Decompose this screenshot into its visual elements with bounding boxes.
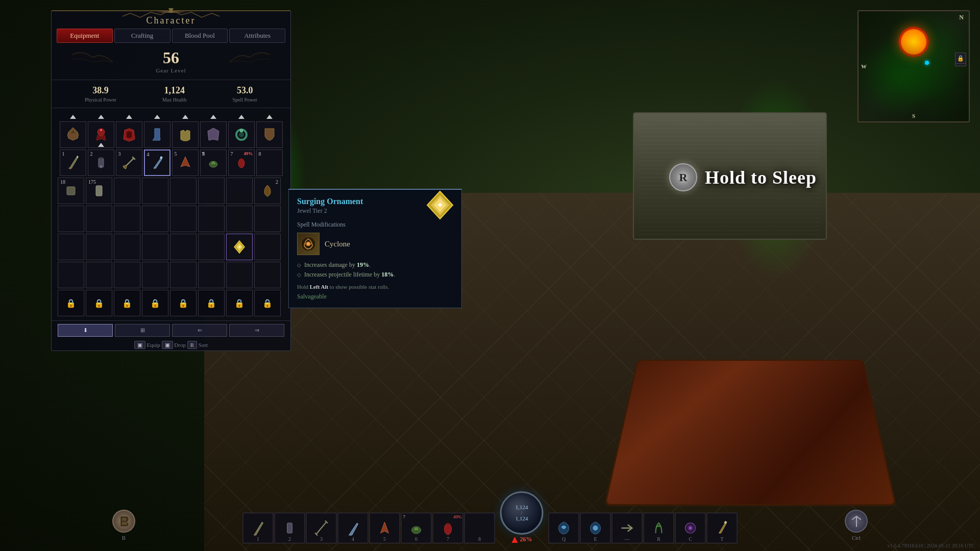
- weapon-slot-3[interactable]: 3: [116, 149, 142, 176]
- hotbar-weapon-7-num: 7: [447, 536, 449, 542]
- inv-jewel-item: ✦: [230, 237, 249, 257]
- ability-slot-dash[interactable]: —: [612, 513, 643, 543]
- inv-slot-30[interactable]: [226, 262, 253, 288]
- inv-slot-17[interactable]: [86, 234, 112, 260]
- inv-slot-23[interactable]: [254, 234, 281, 260]
- hotbar-weapon-2[interactable]: 2: [275, 513, 305, 543]
- inv-slot-6[interactable]: [226, 178, 253, 204]
- inv-slot-16[interactable]: [58, 234, 84, 260]
- ability-slot-c[interactable]: C: [675, 513, 706, 543]
- weapon-slot-5[interactable]: 5: [172, 149, 199, 176]
- weapon-slot-6[interactable]: 7 6: [200, 149, 227, 176]
- hotbar-weapon-1-num: 1: [257, 536, 259, 542]
- inv-slot-15[interactable]: [254, 206, 281, 232]
- inv-slot-19[interactable]: [142, 234, 168, 260]
- ability-slot-e[interactable]: E: [580, 513, 611, 543]
- inv-item-7: [258, 181, 277, 201]
- ability-dash-key: —: [625, 536, 630, 542]
- equip-slot-gloves[interactable]: [172, 121, 199, 148]
- inv-slot-locked-3: 🔒: [142, 290, 168, 316]
- inv-slot-12[interactable]: [170, 206, 197, 232]
- inv-slot-13[interactable]: [198, 206, 225, 232]
- hotbar-weapon-3[interactable]: 3: [306, 513, 337, 543]
- stat-spell-power-label: Spell Power: [232, 97, 257, 103]
- inv-slot-21[interactable]: [198, 234, 225, 260]
- sort-key: R: [187, 341, 197, 349]
- inv-slot-26[interactable]: [114, 262, 140, 288]
- ctrl-key-area: Ctrl: [845, 510, 868, 541]
- weapon-slot-8[interactable]: 8: [256, 149, 283, 176]
- minimap: N S W + 🔒: [857, 10, 970, 122]
- slot-upgrade-arrow-7: [238, 115, 244, 119]
- equip-slot-legs[interactable]: [256, 121, 283, 148]
- inv-slot-28[interactable]: [170, 262, 197, 288]
- inv-slot-4[interactable]: [170, 178, 197, 204]
- inv-slot-3[interactable]: [142, 178, 168, 204]
- stat-max-health: 1,124 Max Health: [162, 85, 187, 103]
- inv-slot-10[interactable]: [114, 206, 140, 232]
- hotbar-weapon-8[interactable]: 8: [464, 513, 495, 543]
- hotbar-weapon-3-num: 3: [320, 536, 323, 542]
- toolbar-btn-right[interactable]: ⇒: [229, 324, 284, 337]
- ability-slot-r[interactable]: R: [644, 513, 674, 543]
- stat-physical-power-value: 38.9: [85, 85, 116, 96]
- hotbar-weapon-5[interactable]: 5: [370, 513, 400, 543]
- tab-equipment[interactable]: Equipment: [57, 29, 113, 43]
- spell-icon: [297, 233, 320, 255]
- inv-slot-9[interactable]: [86, 206, 112, 232]
- equip-label: Equip: [147, 342, 160, 348]
- hotbar-weapon-7[interactable]: 49% 7: [433, 513, 463, 543]
- slot-item-legs: [260, 125, 279, 144]
- inv-slot-20[interactable]: [170, 234, 197, 260]
- diamond-icon-1: ◇: [297, 262, 301, 268]
- weapon-slot-7[interactable]: 49% 7: [228, 149, 255, 176]
- ability-slot-t[interactable]: T: [707, 513, 738, 543]
- svg-text:✦: ✦: [238, 245, 241, 249]
- tab-crafting[interactable]: Crafting: [114, 29, 170, 43]
- inv-slot-25[interactable]: [86, 262, 112, 288]
- equip-slot-ring[interactable]: [228, 121, 255, 148]
- equip-slot-cloak[interactable]: [200, 121, 227, 148]
- toolbar-btn-download[interactable]: ⬇: [58, 324, 113, 337]
- slot-item-shoulders: [91, 125, 111, 144]
- equip-slot-head[interactable]: [60, 121, 86, 148]
- equipment-row-top: [58, 121, 284, 148]
- toolbar-btn-left[interactable]: ⇐: [172, 324, 227, 337]
- inv-slot-locked-4: 🔒: [170, 290, 197, 316]
- slot-count-7: 7: [231, 151, 233, 157]
- inv-slot-0[interactable]: 18: [58, 178, 84, 204]
- ability-t-key: T: [720, 536, 723, 542]
- hotbar-weapon-6[interactable]: 7 6: [401, 513, 432, 543]
- inv-slot-5[interactable]: [198, 178, 225, 204]
- inv-slot-24[interactable]: [58, 262, 84, 288]
- lock-icon-4: 🔒: [178, 298, 188, 308]
- minimap-lock-button[interactable]: 🔒: [955, 53, 966, 64]
- gear-wings-right: [183, 47, 275, 78]
- health-current-value: 1,124: [516, 505, 528, 510]
- inv-slot-8[interactable]: [58, 206, 84, 232]
- inv-slot-jewel[interactable]: ✦: [226, 234, 253, 260]
- inv-slot-18[interactable]: [114, 234, 140, 260]
- equip-slot-boots[interactable]: [144, 121, 170, 148]
- inv-slot-1[interactable]: 175: [86, 178, 112, 204]
- inventory-grid: 18 175 2: [58, 178, 284, 316]
- ability-slot-q[interactable]: Q: [549, 513, 579, 543]
- tab-attributes[interactable]: Attributes: [229, 29, 285, 43]
- weapon-item-2: [91, 153, 111, 172]
- svg-text:✦: ✦: [437, 202, 443, 209]
- inv-slot-14[interactable]: [226, 206, 253, 232]
- hotbar-weapon-4[interactable]: 4: [338, 513, 369, 543]
- weapon-slot-2[interactable]: 2: [88, 149, 114, 176]
- inv-slot-29[interactable]: [198, 262, 225, 288]
- inv-slot-11[interactable]: [142, 206, 168, 232]
- inv-slot-2[interactable]: [114, 178, 140, 204]
- tab-blood-pool[interactable]: Blood Pool: [172, 29, 228, 43]
- equip-slot-chest[interactable]: [116, 121, 142, 148]
- toolbar-btn-grid[interactable]: ⊞: [115, 324, 170, 337]
- inv-slot-27[interactable]: [142, 262, 168, 288]
- weapon-slot-4[interactable]: 4: [144, 149, 170, 176]
- weapon-slot-1[interactable]: 1: [60, 149, 86, 176]
- inv-slot-31[interactable]: [254, 262, 281, 288]
- hotbar-weapon-1[interactable]: 1: [243, 513, 274, 543]
- inv-slot-7[interactable]: 2: [254, 178, 281, 204]
